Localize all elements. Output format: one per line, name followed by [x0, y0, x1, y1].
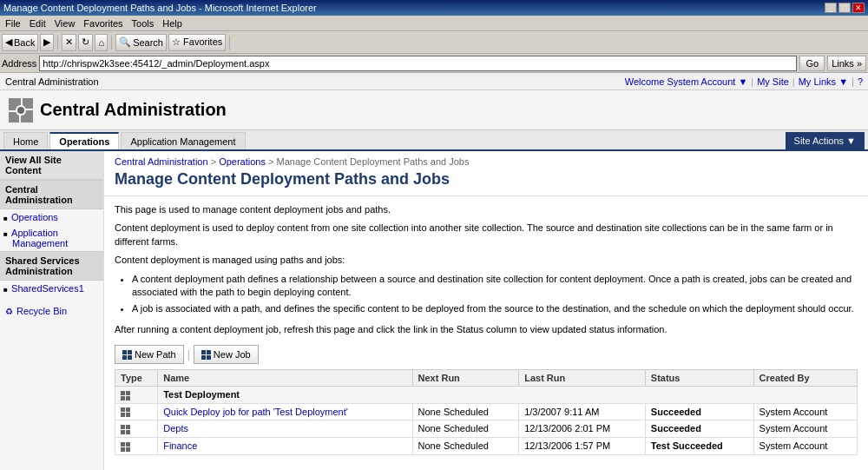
- managed-text: Content deployment is managed using path…: [115, 254, 858, 267]
- breadcrumb: Central Administration > Operations > Ma…: [104, 151, 868, 169]
- refresh-button[interactable]: ↻: [78, 34, 93, 51]
- maximize-button[interactable]: □: [838, 3, 851, 13]
- bullet-item-2: A job is associated with a path, and def…: [132, 302, 858, 315]
- breadcrumb-operations[interactable]: Operations: [219, 156, 266, 167]
- action-toolbar: New Path | New Job: [115, 341, 858, 369]
- menu-file[interactable]: File: [2, 17, 24, 30]
- new-job-label: New Job: [214, 349, 251, 360]
- sidebar-item-app-mgmt[interactable]: Application Management: [0, 225, 103, 251]
- new-job-icon: [201, 350, 211, 360]
- menu-help[interactable]: Help: [159, 17, 186, 30]
- sidebar-central-admin-label: Central Administration: [0, 180, 103, 209]
- title-bar-text: Manage Content Deployment Paths and Jobs…: [3, 3, 317, 13]
- sp-site-name: Central Administration: [5, 76, 99, 87]
- links-button[interactable]: Links »: [827, 56, 866, 71]
- path-type-icon: [121, 391, 130, 400]
- table-row: Depts None Scheduled 12/13/2006 2:01 PM …: [115, 420, 858, 438]
- sidebar-view-all[interactable]: View All Site Content: [0, 151, 103, 180]
- row-next-run: None Scheduled: [412, 403, 519, 420]
- sidebar: View All Site Content Central Administra…: [0, 151, 104, 470]
- row-status: Test Succeeded: [645, 437, 753, 454]
- row-created-by: System Account: [753, 403, 857, 420]
- row-name[interactable]: Finance: [158, 437, 412, 454]
- new-path-label: New Path: [135, 349, 176, 360]
- toolbar-separator: [57, 36, 58, 50]
- sidebar-recycle-bin[interactable]: ♻ Recycle Bin: [0, 303, 103, 319]
- row-created-by: System Account: [753, 437, 857, 454]
- my-links-link[interactable]: My Links ▼: [799, 76, 848, 87]
- title-bar-label: Manage Content Deployment Paths and Jobs…: [3, 3, 317, 13]
- address-input[interactable]: [39, 56, 797, 71]
- menu-edit[interactable]: Edit: [26, 17, 49, 30]
- svg-point-5: [17, 107, 24, 114]
- row-status: Succeeded: [645, 403, 753, 420]
- stop-button[interactable]: ✕: [62, 34, 76, 51]
- site-actions-button[interactable]: Site Actions ▼: [786, 132, 865, 149]
- ca-logo: [7, 96, 35, 124]
- main-layout: View All Site Content Central Administra…: [0, 151, 868, 470]
- my-site-link[interactable]: My Site: [757, 76, 789, 87]
- sidebar-item-operations[interactable]: Operations: [0, 209, 103, 225]
- intro-text: This page is used to manage content depl…: [115, 203, 858, 216]
- close-button[interactable]: ✕: [852, 3, 865, 13]
- menu-view[interactable]: View: [51, 17, 79, 30]
- go-button[interactable]: Go: [799, 56, 825, 71]
- new-job-button[interactable]: New Job: [194, 345, 259, 364]
- help-icon[interactable]: ?: [858, 76, 863, 87]
- tab-home[interactable]: Home: [3, 132, 48, 149]
- toolbar-separator-2: [111, 36, 112, 50]
- table-row: Finance None Scheduled 12/13/2006 1:57 P…: [115, 437, 858, 454]
- row-last-run: 1/3/2007 9:11 AM: [519, 403, 646, 420]
- window-controls: _ □ ✕: [825, 3, 865, 13]
- tab-app-management[interactable]: Application Management: [121, 132, 245, 149]
- row-next-run: None Scheduled: [412, 437, 519, 454]
- content-body: This page is used to manage content depl…: [104, 196, 868, 462]
- new-path-icon: [122, 350, 132, 360]
- col-name: Name: [158, 370, 412, 387]
- row-name[interactable]: Depts: [158, 420, 412, 438]
- deployment-table: Type Name Next Run Last Run Status Creat…: [115, 369, 858, 454]
- address-bar: Address Go Links »: [0, 54, 868, 73]
- bullet-item-1: A content deployment path defines a rela…: [132, 273, 858, 300]
- bullet-list: A content deployment path defines a rela…: [132, 273, 858, 316]
- row-type-icon: [115, 403, 158, 420]
- row-created-by: System Account: [753, 420, 857, 438]
- job-type-icon: [121, 407, 130, 417]
- row-type-icon: [115, 387, 158, 404]
- col-created-by: Created By: [753, 370, 857, 387]
- minimize-button[interactable]: _: [825, 3, 837, 13]
- new-path-button[interactable]: New Path: [115, 345, 184, 364]
- breadcrumb-ca[interactable]: Central Administration: [115, 156, 208, 167]
- menu-favorites[interactable]: Favorites: [80, 17, 126, 30]
- page-title: Manage Content Deployment Paths and Jobs: [104, 169, 868, 196]
- row-last-run: 12/13/2006 2:01 PM: [519, 420, 646, 438]
- table-row: Test Deployment: [115, 387, 858, 404]
- browser-toolbar: ◀ Back ▶ ✕ ↻ ⌂ 🔍 Search ☆ Favorites: [0, 31, 868, 54]
- toolbar-separator-3: [229, 36, 230, 50]
- nav-tabs: Home Operations Application Management S…: [0, 130, 868, 151]
- tab-operations[interactable]: Operations: [49, 132, 119, 149]
- sp-user-nav: Welcome System Account ▼ | My Site | My …: [625, 76, 863, 87]
- job-type-icon-3: [121, 442, 130, 452]
- favorites-button[interactable]: ☆ Favorites: [168, 34, 226, 51]
- sp-top-header: Central Administration Welcome System Ac…: [0, 73, 868, 90]
- content-area: Central Administration > Operations > Ma…: [104, 151, 868, 470]
- ca-title: Central Administration: [40, 100, 227, 120]
- menu-tools[interactable]: Tools: [128, 17, 158, 30]
- description-text: Content deployment is used to deploy con…: [115, 222, 858, 248]
- breadcrumb-current: Manage Content Deployment Paths and Jobs: [277, 156, 470, 167]
- row-next-run: None Scheduled: [412, 420, 519, 438]
- forward-button[interactable]: ▶: [40, 34, 54, 51]
- row-name[interactable]: Quick Deploy job for path 'Test Deployme…: [158, 403, 412, 420]
- sidebar-shared-services-label: Shared Services Administration: [0, 251, 103, 281]
- home-button[interactable]: ⌂: [95, 34, 108, 51]
- table-row: Quick Deploy job for path 'Test Deployme…: [115, 403, 858, 420]
- back-button[interactable]: ◀ Back: [2, 34, 38, 51]
- recycle-icon: ♻: [5, 307, 13, 316]
- welcome-link[interactable]: Welcome System Account ▼: [625, 76, 748, 87]
- sidebar-item-shared-svc1[interactable]: SharedServices1: [0, 281, 103, 296]
- search-button[interactable]: 🔍 Search: [115, 34, 167, 51]
- address-label: Address: [2, 58, 36, 69]
- row-name: Test Deployment: [158, 387, 858, 404]
- col-last-run: Last Run: [519, 370, 646, 387]
